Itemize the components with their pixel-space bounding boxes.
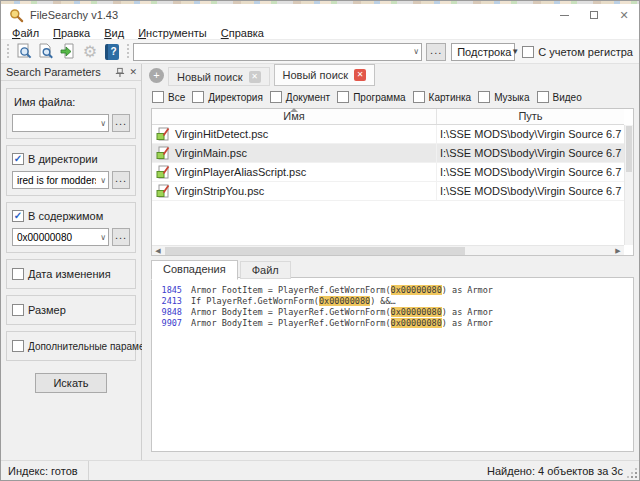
content-combobox[interactable]: ∨ [12,228,109,246]
line-number: 9907 [156,318,182,329]
filter-document-checkbox[interactable] [270,91,282,103]
size-group: Размер [6,295,136,325]
panel-body: Имя файла: ∨ ... В директории [1,81,141,393]
filter-program-label[interactable]: Программа [353,92,405,103]
filter-image-label[interactable]: Картинка [429,92,472,103]
chevron-down-icon[interactable]: ∨ [100,176,106,185]
filter-music-checkbox[interactable] [478,91,490,103]
tab-new-search-1[interactable]: Новый поиск ✕ [168,67,270,86]
case-sensitive-checkbox[interactable] [522,46,534,58]
search-button[interactable]: Искать [35,373,107,393]
index-status: Индекс: готов [1,461,89,480]
results-tabbar: Совпадения Файл [151,260,634,279]
menu-edit[interactable]: Правка [46,27,97,39]
size-checkbox[interactable] [12,304,24,316]
filter-video-label[interactable]: Видео [553,92,582,103]
resize-grip[interactable] [627,468,637,478]
maximize-button[interactable] [579,4,609,26]
minimize-button[interactable] [549,4,579,26]
date-modified-label[interactable]: Дата изменения [28,268,111,280]
search-input[interactable] [138,46,409,58]
menu-tools[interactable]: Инструменты [131,27,214,39]
content-input[interactable] [17,232,96,243]
directory-combobox[interactable]: ∨ [12,171,109,189]
statusbar: Индекс: готов Найдено: 4 объектов за 3с [1,460,639,480]
filter-directory-label[interactable]: Директория [208,92,263,103]
column-header-name[interactable]: Имя [152,109,436,124]
chevron-down-icon[interactable]: ∨ [413,47,419,56]
menu-help[interactable]: Справка [214,27,271,39]
tab-new-search-2[interactable]: Новый поиск ✕ [274,64,376,86]
new-search-button[interactable] [35,41,57,62]
horizontal-scrollbar[interactable]: ◀ ▶ [152,245,624,255]
results-file-list: Имя Путь VirginHitDetect.psc I:\SSE MODS… [151,108,634,256]
tab-close-icon[interactable]: ✕ [249,71,261,83]
close-icon: ✕ [619,10,628,21]
filter-document-label[interactable]: Документ [286,92,330,103]
close-button[interactable]: ✕ [609,4,639,26]
in-directory-checkbox[interactable] [12,153,24,165]
scrollbar-thumb[interactable] [626,126,632,172]
date-group: Дата изменения [6,259,136,289]
scroll-left-icon[interactable]: ◀ [152,246,164,255]
tab-close-icon[interactable]: ✕ [354,69,366,81]
search-mode-dropdown[interactable]: Подстрока ▼ [451,43,515,61]
tab-file[interactable]: Файл [240,261,291,279]
filename-combobox[interactable]: ∨ [12,114,109,132]
scroll-right-icon[interactable]: ▶ [612,246,624,255]
filter-program-checkbox[interactable] [337,91,349,103]
line-number: 1845 [156,285,182,296]
tab-label: Новый поиск [283,69,349,81]
search-combobox[interactable]: ∨ [133,43,422,61]
table-row[interactable]: VirginStripYou.psc I:\SSE MODS\body\Virg… [152,182,624,201]
chevron-down-icon[interactable]: ∨ [100,119,106,128]
column-header-path[interactable]: Путь [436,109,624,124]
match-line: 2413 If PlayerRef.GetWornForm(0x00000080… [156,296,629,307]
directory-browse-button[interactable]: ... [112,171,130,189]
open-file-button[interactable] [57,41,79,62]
size-label[interactable]: Размер [28,304,66,316]
scrollbar-thumb[interactable] [165,247,465,255]
chevron-down-icon[interactable]: ∨ [100,233,106,242]
filter-video-checkbox[interactable] [537,91,549,103]
filename-browse-button[interactable]: ... [112,114,130,132]
date-modified-checkbox[interactable] [12,268,24,280]
new-tab-button[interactable]: + [149,68,164,83]
menu-view[interactable]: Вид [97,27,131,39]
filter-music-label[interactable]: Музыка [494,92,529,103]
table-row[interactable]: VirginPlayerAliasScript.psc I:\SSE MODS\… [152,163,624,182]
filter-directory-checkbox[interactable] [192,91,204,103]
help-button[interactable]: ? [101,41,123,62]
script-file-icon [156,146,170,160]
panel-header: Search Parameters ✕ [1,64,141,81]
filename-label: Имя файла: [14,96,130,108]
filter-all-checkbox[interactable] [152,91,164,103]
filename-input[interactable] [17,118,96,129]
pin-icon[interactable] [114,67,125,78]
vertical-scrollbar[interactable] [624,125,633,245]
table-row-selected[interactable]: VirginMain.psc I:\SSE MODS\body\Virgin S… [152,144,624,163]
minimize-icon [560,15,569,16]
menubar: Файл Правка Вид Инструменты Справка [1,26,639,39]
settings-button[interactable]: ⚙ [79,41,101,62]
toolbar-gripper[interactable] [127,44,129,60]
in-directory-label[interactable]: В директории [28,153,98,165]
match-highlight: 0x00000080 [319,296,370,306]
advanced-checkbox[interactable] [12,340,24,352]
table-row[interactable]: VirginHitDetect.psc I:\SSE MODS\body\Vir… [152,125,624,144]
search-files-button[interactable] [13,41,35,62]
directory-input[interactable] [17,175,96,186]
match-highlight: 0x00000080 [391,318,442,328]
in-content-label[interactable]: В содержимом [28,210,103,222]
menu-file[interactable]: Файл [5,27,46,39]
content-browse-button[interactable]: ... [112,228,130,246]
tab-matches[interactable]: Совпадения [151,260,238,280]
case-sensitive-label[interactable]: С учетом регистра [538,46,633,58]
filter-all-label[interactable]: Все [168,92,185,103]
toolbar-gripper[interactable] [7,44,9,60]
window-controls: ✕ [549,4,639,26]
filter-image-checkbox[interactable] [413,91,425,103]
panel-close-icon[interactable]: ✕ [129,67,137,77]
search-browse-button[interactable]: ... [426,43,446,61]
in-content-checkbox[interactable] [12,210,24,222]
